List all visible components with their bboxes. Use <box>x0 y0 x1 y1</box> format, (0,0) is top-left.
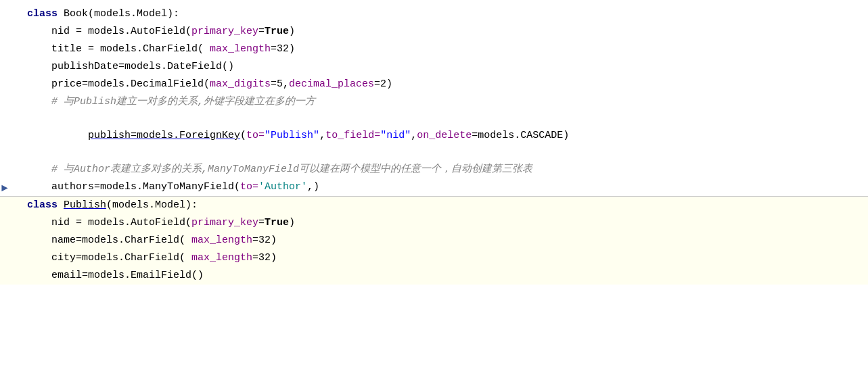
code-line-11: nid = models.AutoField(primary_key=True) <box>0 214 868 232</box>
code-line-9: ► authors=models.ManyToManyField(to='Aut… <box>0 178 868 196</box>
code-line-2: nid = models.AutoField(primary_key=True) <box>0 23 868 41</box>
bookmark-icon: ► <box>1 180 8 198</box>
line-content-2: nid = models.AutoField(primary_key=True) <box>19 24 868 40</box>
code-line-4: publishDate=models.DateField() <box>0 58 868 76</box>
line-content-3: title = models.CharField( max_length=32) <box>19 41 868 57</box>
keyword-class-publish: class <box>27 199 58 211</box>
code-line-5: price=models.DecimalField(max_digits=5,d… <box>0 76 868 93</box>
line-content-11: nid = models.AutoField(primary_key=True) <box>19 215 868 231</box>
code-line-1: class Book(models.Model): <box>0 5 868 23</box>
line-content-1: class Book(models.Model): <box>19 6 868 22</box>
code-line-6: # 与Publish建立一对多的关系,外键字段建立在多的一方 <box>0 93 868 111</box>
line-content-6: # 与Publish建立一对多的关系,外键字段建立在多的一方 <box>19 94 868 110</box>
code-line-13: city=models.CharField( max_length=32) <box>0 249 868 267</box>
line-content-14: email=models.EmailField() <box>19 268 868 284</box>
line-content-8: # 与Author表建立多对多的关系,ManyToManyField可以建在两个… <box>19 162 868 178</box>
line-content-7: publish=models.ForeignKey(to="Publish",t… <box>19 112 868 160</box>
line-content-12: name=models.CharField( max_length=32) <box>19 232 868 249</box>
code-line-3: title = models.CharField( max_length=32) <box>0 41 868 58</box>
code-line-8: # 与Author表建立多对多的关系,ManyToManyField可以建在两个… <box>0 161 868 178</box>
code-line-14: email=models.EmailField() <box>0 267 868 285</box>
code-line-10: class Publish(models.Model): <box>0 196 868 214</box>
code-line-12: name=models.CharField( max_length=32) <box>0 232 868 249</box>
code-line-7: publish=models.ForeignKey(to="Publish",t… <box>0 111 868 161</box>
line-content-10: class Publish(models.Model): <box>19 197 868 214</box>
line-content-4: publishDate=models.DateField() <box>19 59 868 75</box>
line-content-9: authors=models.ManyToManyField(to='Autho… <box>19 179 868 195</box>
line-content-13: city=models.CharField( max_length=32) <box>19 250 868 266</box>
line-content-5: price=models.DecimalField(max_digits=5,d… <box>19 76 868 93</box>
publish-field-underline: publish=models.ForeignKey <box>88 130 240 141</box>
code-editor: class Book(models.Model): nid = models.A… <box>0 0 868 290</box>
keyword-class: class <box>27 8 58 20</box>
